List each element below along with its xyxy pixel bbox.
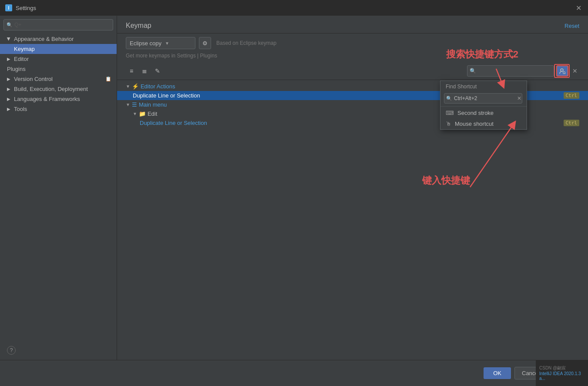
sidebar-item-keymap[interactable]: Keymap	[0, 44, 117, 54]
sidebar-item-label: Appearance & Behavior	[14, 36, 74, 42]
bottom-bar: OK Cancel Apply CSDN @翩宸 IntelliJ IDEA 2…	[0, 360, 588, 386]
tree-item-label: Duplicate Line or Selection	[140, 120, 207, 126]
folder-icon: 📁	[139, 111, 146, 117]
sidebar-item-tools[interactable]: ▶ Tools	[0, 104, 117, 114]
popup-search-wrapper: 🔍 ✕	[444, 93, 523, 104]
sidebar-search-placeholder: Q+	[14, 22, 21, 28]
sidebar-item-label: Editor	[14, 56, 29, 62]
svg-point-0	[561, 69, 563, 71]
tree-item-label: Duplicate Line or Selection	[133, 92, 200, 99]
gear-button[interactable]: ⚙	[199, 37, 211, 49]
arrow-icon: ▶	[7, 37, 11, 41]
sidebar-item-label: Build, Execution, Deployment	[14, 86, 88, 92]
chevron-down-icon: ▼	[165, 41, 169, 46]
tree-arrow-icon: ▼	[126, 102, 130, 107]
csdn-label: CSDN @翩宸	[539, 365, 585, 371]
popup-search-icon: 🔍	[446, 96, 452, 101]
popup-item-label: Mouse shortcut	[455, 121, 494, 127]
search-icon: 🔍	[470, 68, 476, 74]
arrow-icon: ▶	[7, 87, 10, 91]
sidebar-item-label: Version Control	[14, 76, 53, 82]
sidebar-item-languages[interactable]: ▶ Languages & Frameworks	[0, 94, 117, 104]
reset-button[interactable]: Reset	[564, 23, 579, 29]
close-button[interactable]: ✕	[574, 3, 583, 12]
edit-button[interactable]: ✎	[152, 66, 163, 76]
sidebar-item-plugins[interactable]: Plugins	[0, 64, 117, 74]
find-shortcut-popup: Find Shortcut 🔍 ✕ ⌨ Second stroke 🖱 Mous…	[440, 81, 527, 130]
based-on-text: Based on Eclipse keymap	[216, 40, 276, 46]
person-search-icon	[559, 68, 565, 74]
group-icon: ☰	[132, 101, 137, 108]
sidebar-item-label: Keymap	[14, 46, 35, 52]
popup-divider	[440, 106, 527, 107]
sidebar-item-vcs[interactable]: ▶ Version Control 📋	[0, 74, 117, 84]
popup-search-input[interactable]	[444, 93, 522, 104]
tree-arrow-icon: ▼	[126, 84, 130, 89]
clear-search-button[interactable]: ✕	[571, 67, 579, 75]
svg-line-2	[565, 74, 565, 74]
arrow-icon: ▶	[7, 97, 10, 101]
get-more-link-text: Get more keymaps in Settings | Plugins	[126, 53, 217, 59]
tree-item-label: Main menu	[139, 101, 167, 108]
search-container: 🔍 ✕	[467, 64, 579, 78]
shortcut-badge: Ctrl	[564, 92, 580, 99]
help-button[interactable]: ?	[7, 346, 16, 355]
keymap-header: Keymap Reset	[117, 16, 588, 34]
keymap-controls: Eclipse copy ▼ ⚙ Based on Eclipse keymap	[117, 34, 588, 53]
sidebar-search[interactable]: 🔍 Q+	[3, 19, 113, 30]
bottom-right-info: CSDN @翩宸 IntelliJ IDEA 2020.1.3 a...	[536, 360, 588, 386]
popup-item-label: Second stroke	[457, 110, 494, 116]
arrow-icon: ▶	[7, 77, 10, 81]
expand-all-button[interactable]: ≡	[126, 66, 137, 76]
dropdown-value: Eclipse copy	[130, 40, 161, 47]
svg-point-1	[563, 72, 565, 74]
find-shortcut-outer-box	[554, 64, 570, 78]
title-bar: I Settings ✕	[0, 0, 588, 16]
keyboard-icon: ⌨	[446, 110, 454, 116]
arrow-icon: ▶	[7, 57, 10, 61]
keymap-title: Keymap	[126, 22, 151, 30]
edit-icon: ✎	[155, 67, 160, 74]
mouse-icon: 🖱	[446, 121, 451, 127]
popup-title: Find Shortcut	[440, 81, 527, 91]
tree-item-label: Editor Actions	[141, 83, 175, 90]
window-title: Settings	[16, 5, 36, 11]
tree-item-label: Edit	[148, 111, 157, 117]
intellij-label: IntelliJ IDEA 2020.1.3 a...	[539, 371, 585, 381]
tree-arrow-icon: ▼	[133, 111, 137, 116]
sidebar-item-build[interactable]: ▶ Build, Execution, Deployment	[0, 84, 117, 94]
content-area: Keymap Reset Eclipse copy ▼ ⚙ Based on E…	[117, 16, 588, 360]
collapse-all-button[interactable]: ≣	[139, 66, 150, 76]
collapse-all-icon: ≣	[142, 67, 147, 74]
sidebar-item-editor[interactable]: ▶ Editor	[0, 54, 117, 64]
expand-all-icon: ≡	[130, 67, 133, 74]
shortcut-badge-sub: Ctrl	[564, 120, 580, 126]
keymap-dropdown[interactable]: Eclipse copy ▼	[126, 37, 195, 49]
sidebar-item-appearance[interactable]: ▶ Appearance & Behavior	[0, 34, 117, 44]
popup-clear-button[interactable]: ✕	[517, 95, 521, 101]
sidebar-item-label: Plugins	[7, 66, 26, 72]
sidebar-item-label: Languages & Frameworks	[14, 96, 80, 102]
popup-item-mouse-shortcut[interactable]: 🖱 Mouse shortcut	[440, 118, 527, 129]
sidebar: 🔍 Q+ ▶ Appearance & Behavior Keymap ▶ Ed…	[0, 16, 117, 360]
group-icon: ⚡	[132, 83, 139, 90]
search-input[interactable]	[467, 65, 554, 77]
popup-search-row: 🔍 ✕	[440, 91, 527, 105]
ok-button[interactable]: OK	[484, 367, 511, 379]
sidebar-search-icon: 🔍	[7, 22, 13, 28]
find-shortcut-button[interactable]	[556, 65, 568, 77]
sidebar-item-label: Tools	[14, 106, 27, 112]
keymap-link[interactable]: Get more keymaps in Settings | Plugins	[117, 53, 588, 62]
popup-item-second-stroke[interactable]: ⌨ Second stroke	[440, 107, 527, 118]
action-toolbar: ≡ ≣ ✎ 🔍	[117, 62, 588, 80]
main-layout: 🔍 Q+ ▶ Appearance & Behavior Keymap ▶ Ed…	[0, 16, 588, 360]
app-icon: I	[5, 4, 12, 11]
arrow-icon: ▶	[7, 107, 10, 111]
